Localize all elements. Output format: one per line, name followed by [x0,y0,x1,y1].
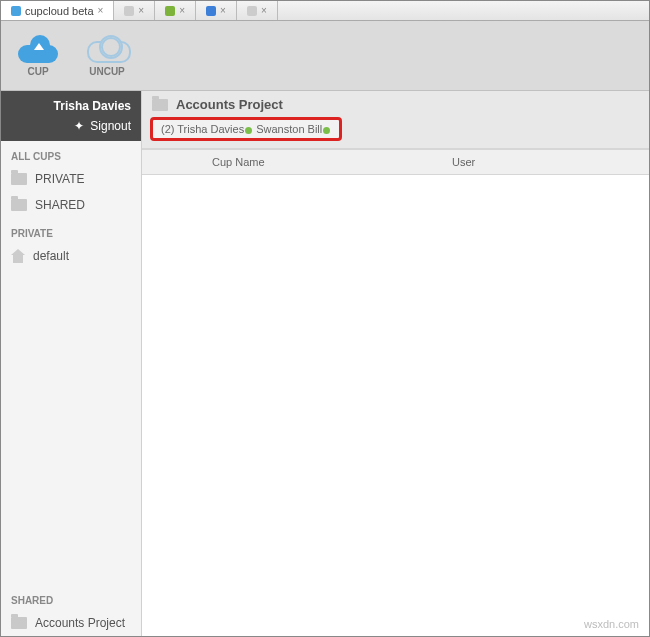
uncup-button[interactable]: UNCUP [85,35,129,77]
home-icon [11,249,25,263]
close-icon[interactable]: × [220,5,226,16]
folder-icon [11,199,27,211]
page-title: Accounts Project [176,97,283,112]
browser-tab[interactable]: × [114,1,155,20]
sidebar-item-default[interactable]: default [1,243,141,269]
sidebar-item-label: SHARED [35,198,85,212]
cup-label: CUP [27,66,48,77]
members-prefix: (2) Trisha Davies [161,123,244,135]
sidebar-item-shared[interactable]: SHARED [1,192,141,218]
col-cup-name[interactable]: Cup Name [142,150,442,174]
browser-tab[interactable]: × [237,1,278,20]
browser-tab[interactable]: × [196,1,237,20]
signout-button[interactable]: ✦Signout [74,119,131,133]
close-icon[interactable]: × [179,5,185,16]
status-dot-icon [245,127,252,134]
browser-tabbar: cupcloud beta × × × × × [1,1,649,21]
favicon-icon [165,6,175,16]
browser-tab[interactable]: × [155,1,196,20]
col-user[interactable]: User [442,150,649,174]
signout-label: Signout [90,119,131,133]
section-private: PRIVATE [1,218,141,243]
status-dot-icon [323,127,330,134]
cup-button[interactable]: CUP [16,35,60,77]
bolt-icon: ✦ [74,119,84,133]
sidebar-item-accounts-project[interactable]: Accounts Project [1,610,141,636]
content-panel: Accounts Project (2) Trisha Davies Swans… [142,91,649,636]
cloud-outline-icon [85,35,129,63]
breadcrumb[interactable]: Accounts Project [152,97,639,112]
user-name: Trisha Davies [11,99,131,113]
cloud-up-icon [16,35,60,63]
watermark: wsxdn.com [584,618,639,630]
close-icon[interactable]: × [261,5,267,16]
sidebar-item-label: PRIVATE [35,172,85,186]
favicon-icon [206,6,216,16]
close-icon[interactable]: × [138,5,144,16]
members-pill[interactable]: (2) Trisha Davies Swanston Bill [150,117,342,141]
main-toolbar: CUP UNCUP [1,21,649,91]
section-allcups: ALL CUPS [1,141,141,166]
empty-table-body [142,175,649,636]
favicon-icon [124,6,134,16]
browser-tab-active[interactable]: cupcloud beta × [1,1,114,20]
sidebar: Trisha Davies ✦Signout ALL CUPS PRIVATE … [1,91,142,636]
members-suffix: Swanston Bill [253,123,322,135]
close-icon[interactable]: × [98,5,104,16]
favicon-icon [247,6,257,16]
folder-icon [11,617,27,629]
table-header: Cup Name User [142,149,649,175]
sidebar-item-label: Accounts Project [35,616,125,630]
user-block: Trisha Davies ✦Signout [1,91,141,141]
tab-label: cupcloud beta [25,5,94,17]
breadcrumb-bar: Accounts Project (2) Trisha Davies Swans… [142,91,649,149]
sidebar-item-label: default [33,249,69,263]
main-area: Trisha Davies ✦Signout ALL CUPS PRIVATE … [1,91,649,636]
sidebar-item-private[interactable]: PRIVATE [1,166,141,192]
uncup-label: UNCUP [89,66,125,77]
section-shared: SHARED [1,585,141,610]
favicon-icon [11,6,21,16]
folder-icon [152,99,168,111]
folder-icon [11,173,27,185]
